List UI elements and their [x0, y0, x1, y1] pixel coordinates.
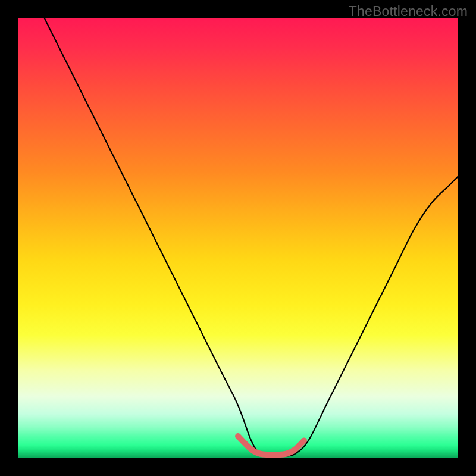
watermark-text: TheBottleneck.com: [349, 4, 468, 20]
chart-plot-area: [18, 18, 458, 458]
chart-svg: [18, 18, 458, 458]
bottleneck-curve-highlight: [238, 436, 304, 455]
bottleneck-curve: [44, 18, 458, 456]
